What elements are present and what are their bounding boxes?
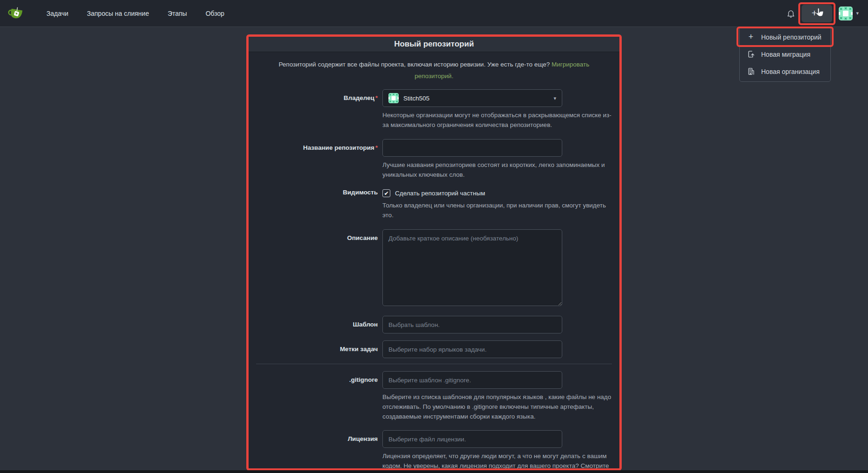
required-asterisk: * [375,94,378,101]
gitea-logo-icon [8,6,25,21]
user-avatar [839,7,853,20]
organization-icon [747,67,755,75]
page-title: Новый репозиторий [394,40,474,49]
private-checkbox[interactable]: ✔ [382,189,390,197]
issue-labels-label-text: Метки задач [340,346,378,353]
chevron-down-icon: ▾ [553,96,556,101]
footer-strip [0,470,868,473]
menu-item-label: Новая миграция [761,51,810,58]
owner-selected-value: Stitch505 [403,95,549,102]
owner-help-text: Некоторые организации могут не отображат… [382,110,612,130]
gitea-logo[interactable] [7,6,25,21]
template-input[interactable] [382,316,562,333]
visibility-help-text: Только владелец или члены организации, п… [382,200,612,220]
description-field-row: Описание [256,229,612,308]
license-field-row: Лицензия Лицензия определяет, что другие… [256,430,612,471]
description-textarea[interactable] [382,229,562,306]
notifications-button[interactable] [783,4,799,23]
gitignore-label: .gitignore [256,371,378,421]
menu-item-label: Новый репозиторий [761,33,822,41]
description-label-text: Описание [347,234,378,241]
user-menu-button[interactable]: ▾ [839,7,859,20]
owner-avatar [388,93,399,103]
new-repository-form: Новый репозиторий Репозиторий содержит в… [246,34,622,471]
form-body: Репозиторий содержит все файлы проекта, … [249,59,619,471]
license-help-text: Лицензия определяет, что другие люди мог… [382,451,612,471]
repo-name-help-text: Лучшие названия репозиториев состоят из … [382,160,612,180]
issue-labels-label: Метки задач [256,340,378,358]
nav-item-milestones[interactable]: Этапы [158,0,197,27]
plus-icon: + [747,32,755,42]
plus-icon: + [812,8,817,18]
template-label: Шаблон [256,316,378,333]
gitignore-input[interactable] [382,371,562,389]
menu-item-new-migration[interactable]: Новая миграция [740,46,830,63]
template-label-text: Шаблон [353,321,378,328]
license-input[interactable] [382,430,562,448]
create-new-button[interactable]: + ▾ [802,5,832,22]
license-help-body: Лицензия определяет, что другие люди мог… [382,453,609,469]
nav-item-explore[interactable]: Обзор [196,0,233,27]
license-label: Лицензия [256,430,378,471]
gitignore-help-text: Выберите из списка шаблонов для популярн… [382,392,612,421]
create-new-dropdown-menu: + Новый репозиторий Новая миграция Новая… [739,27,831,82]
owner-label: Владелец* [256,89,378,130]
chevron-down-icon: ▾ [820,11,823,16]
repo-name-label: Название репозитория* [256,139,378,180]
gitignore-label-text: .gitignore [349,376,378,383]
migration-icon [747,50,755,58]
repo-name-input[interactable] [382,139,562,157]
primary-nav: Задачи Запросы на слияние Этапы Обзор [37,0,234,27]
repo-name-label-text: Название репозитория [303,144,375,151]
form-intro-text: Репозиторий содержит все файлы проекта, … [274,59,594,82]
top-navbar: Задачи Запросы на слияние Этапы Обзор + … [0,0,868,27]
visibility-field-row: Видимость ✔ Сделать репозиторий частным … [256,188,612,220]
check-icon: ✔ [384,191,388,196]
menu-item-new-repository[interactable]: + Новый репозиторий [740,28,830,46]
form-header: Новый репозиторий [249,37,619,52]
license-label-text: Лицензия [348,435,378,442]
owner-dropdown[interactable]: Stitch505 ▾ [382,89,562,107]
gitignore-field-row: .gitignore Выберите из списка шаблонов д… [256,371,612,421]
nav-item-issues[interactable]: Задачи [37,0,78,27]
owner-field-row: Владелец* [256,89,612,130]
private-checkbox-label[interactable]: Сделать репозиторий частным [395,190,485,197]
repo-name-field-row: Название репозитория* Лучшие названия ре… [256,139,612,180]
chevron-down-icon: ▾ [856,11,859,16]
bell-icon [786,8,796,19]
section-divider [256,364,612,364]
menu-item-new-organization[interactable]: Новая организация [740,63,830,80]
visibility-label: Видимость [256,188,378,220]
navbar-right: + ▾ [783,4,868,23]
nav-item-pull-requests[interactable]: Запросы на слияние [78,0,158,27]
owner-label-text: Владелец [344,94,375,101]
issue-labels-field-row: Метки задач [256,340,612,358]
template-field-row: Шаблон [256,316,612,333]
required-asterisk: * [375,144,378,151]
issue-labels-input[interactable] [382,340,562,358]
intro-text: Репозиторий содержит все файлы проекта, … [279,61,550,68]
visibility-label-text: Видимость [343,189,378,196]
menu-item-label: Новая организация [761,68,820,75]
description-label: Описание [256,229,378,308]
